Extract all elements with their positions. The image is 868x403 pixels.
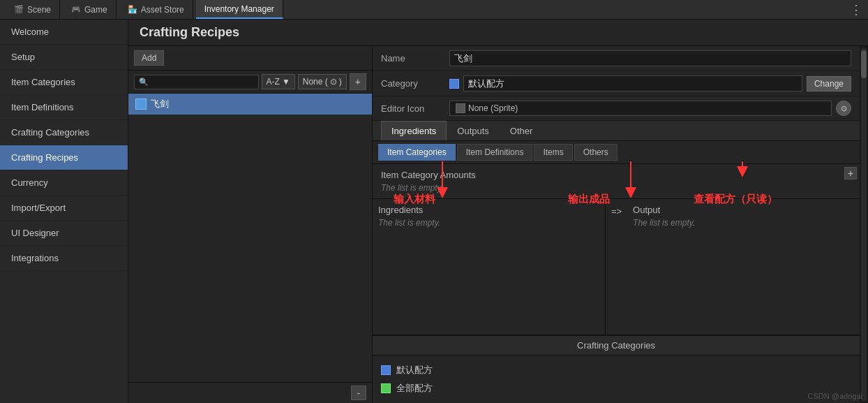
right-scrollbar[interactable] <box>860 46 868 403</box>
sidebar-item-item-categories[interactable]: Item Categories <box>0 70 128 95</box>
item-icon <box>135 98 147 110</box>
search-field[interactable]: 🔍 <box>134 75 259 89</box>
sidebar-item-setup[interactable]: Setup <box>0 45 128 70</box>
none-label: None ( <box>303 77 328 87</box>
sidebar-item-item-definitions[interactable]: Item Definitions <box>0 95 128 120</box>
tab-asset-store-label: Asset Store <box>141 5 184 15</box>
ingredients-label: Ingredients <box>378 205 599 215</box>
amounts-section: Item Category Amounts The list is empty.… <box>373 164 860 199</box>
item-label: 飞剑 <box>151 98 169 110</box>
tab-outputs[interactable]: Outputs <box>447 121 500 140</box>
page-title: Crafting Recipes <box>128 20 868 46</box>
icon-preview-label: None (Sprite) <box>468 103 518 113</box>
plus-button[interactable]: + <box>350 73 366 90</box>
list-panel: Add 🔍 A-Z ▼ None ( ⊙ ) + <box>128 46 373 403</box>
sidebar-item-integrations[interactable]: Integrations <box>0 246 128 271</box>
sort-label: A-Z <box>267 77 280 87</box>
tab-inventory-manager[interactable]: Inventory Manager <box>196 0 283 19</box>
tab-other[interactable]: Other <box>500 121 544 140</box>
category-label: Category <box>381 78 444 89</box>
content-body: Add 🔍 A-Z ▼ None ( ⊙ ) + <box>128 46 868 403</box>
game-icon: 🎮 <box>71 5 81 14</box>
tab-scene[interactable]: 🎬 Scene <box>6 0 60 19</box>
search-icon: 🔍 <box>139 78 149 87</box>
tab-inventory-manager-label: Inventory Manager <box>204 4 274 14</box>
icon-preview-image <box>456 103 465 113</box>
category-input[interactable] <box>463 75 802 91</box>
detail-panel: Name Category Change Edit <box>373 46 860 403</box>
scene-icon: 🎬 <box>14 5 24 14</box>
editor-icon-field-row: Editor Icon None (Sprite) ⊙ <box>373 96 860 121</box>
sub-tabs: Item Categories Item Definitions Items O… <box>373 141 860 164</box>
list-item: 全部配方 <box>381 379 851 397</box>
asset-store-icon: 🏪 <box>128 5 137 14</box>
tab-game-label: Game <box>84 5 107 15</box>
output-right: Output The list is empty. <box>627 199 860 335</box>
crafting-categories-header: Crafting Categories <box>373 336 860 356</box>
none-close-icon: ) <box>339 77 342 87</box>
remove-button[interactable]: - <box>351 386 366 400</box>
ingredients-left: Ingredients The list is empty. <box>373 199 606 335</box>
amounts-label: Item Category Amounts <box>381 170 851 180</box>
category-color-blue <box>381 365 391 375</box>
category-color-green <box>381 383 391 393</box>
detail-inner: Name Category Change Edit <box>373 46 860 403</box>
editor-icon-label: Editor Icon <box>381 103 444 114</box>
name-field-row: Name <box>373 46 860 71</box>
list-item: 默认配方 <box>381 361 851 379</box>
sidebar: Welcome Setup Item Categories Item Defin… <box>0 20 128 403</box>
sidebar-item-ui-designer[interactable]: UI Designer <box>0 221 128 246</box>
list-search-row: 🔍 A-Z ▼ None ( ⊙ ) + <box>128 71 372 94</box>
tab-asset-store[interactable]: 🏪 Asset Store <box>119 0 193 19</box>
tab-ingredients[interactable]: Ingredients <box>381 121 447 140</box>
sidebar-item-currency[interactable]: Currency <box>0 170 128 196</box>
output-empty: The list is empty. <box>633 218 854 228</box>
sidebar-item-crafting-categories[interactable]: Crafting Categories <box>0 120 128 145</box>
top-bar-menu-icon[interactable]: ⋮ <box>850 2 862 17</box>
tab-game[interactable]: 🎮 Game <box>63 0 117 19</box>
ingredients-area: Ingredients The list is empty. => Output… <box>373 199 860 335</box>
sidebar-item-welcome[interactable]: Welcome <box>0 20 128 45</box>
ingredients-empty: The list is empty. <box>378 218 599 228</box>
list-toolbar: Add <box>128 46 372 71</box>
change-button[interactable]: Change <box>807 76 851 91</box>
name-label: Name <box>381 53 444 64</box>
arrow-label: => <box>606 199 627 335</box>
main-layout: Welcome Setup Item Categories Item Defin… <box>0 20 868 403</box>
output-label: Output <box>633 205 854 215</box>
sub-tab-item-definitions[interactable]: Item Definitions <box>457 144 533 161</box>
category-item-label: 全部配方 <box>396 382 433 395</box>
sub-tab-item-categories[interactable]: Item Categories <box>378 144 456 161</box>
scroll-handle[interactable] <box>861 50 867 78</box>
list-bottom: - <box>128 382 372 403</box>
sub-tab-others[interactable]: Others <box>574 144 618 161</box>
bottom-section: Crafting Categories 默认配方 全部配方 <box>373 335 860 403</box>
none-circle-icon: ⊙ <box>330 77 337 87</box>
content-area: Crafting Recipes Add 🔍 A-Z ▼ None ( <box>128 20 868 403</box>
sidebar-item-crafting-recipes[interactable]: Crafting Recipes <box>0 145 128 170</box>
none-dropdown[interactable]: None ( ⊙ ) <box>298 74 347 89</box>
list-item[interactable]: 飞剑 <box>128 94 372 115</box>
watermark: CSDN @adogai <box>808 392 862 400</box>
sidebar-item-import-export[interactable]: Import/Export <box>0 196 128 221</box>
sort-dropdown[interactable]: A-Z ▼ <box>262 74 295 89</box>
category-field-row: Category Change <box>373 71 860 96</box>
main-tabs: Ingredients Outputs Other <box>373 121 860 141</box>
category-color-swatch <box>449 79 459 89</box>
top-bar: 🎬 Scene 🎮 Game 🏪 Asset Store Inventory M… <box>0 0 868 20</box>
amounts-empty: The list is empty. <box>381 183 851 193</box>
add-amount-button[interactable]: + <box>844 167 857 179</box>
sub-tab-items[interactable]: Items <box>534 144 572 161</box>
name-input[interactable] <box>449 50 851 66</box>
category-item-label: 默认配方 <box>396 364 433 376</box>
list-items: 飞剑 <box>128 94 372 382</box>
sort-arrow-icon: ▼ <box>282 77 290 87</box>
scroll-track <box>861 47 867 402</box>
icon-preview: None (Sprite) <box>449 101 832 116</box>
category-list: 默认配方 全部配方 <box>373 356 860 403</box>
icon-circle-button[interactable]: ⊙ <box>836 101 851 116</box>
add-button[interactable]: Add <box>134 50 164 66</box>
tab-scene-label: Scene <box>27 5 51 15</box>
